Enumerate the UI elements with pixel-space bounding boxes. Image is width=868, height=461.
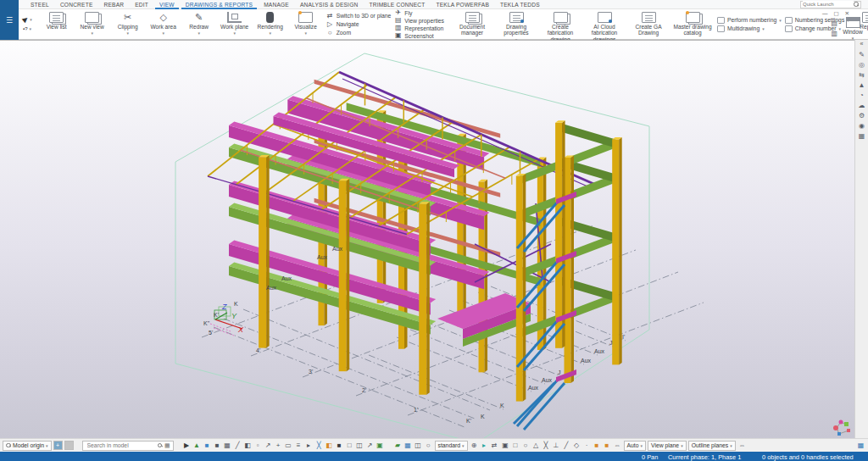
tab-steel[interactable]: STEEL — [31, 0, 49, 9]
view-list-button[interactable]: View list — [40, 10, 74, 38]
model-origin-dropdown[interactable]: Model origin▾ — [3, 441, 52, 451]
snap-arrows-icon[interactable]: ⇔ — [613, 441, 622, 451]
select-lists-icon[interactable]: ≡ — [294, 441, 303, 451]
snap-depth-icon[interactable]: ⇔ — [737, 441, 747, 451]
window-button[interactable]: Window▾ — [839, 17, 866, 41]
macro-runner-icon[interactable]: ▥ — [831, 30, 837, 37]
redraw-button[interactable]: ✎Redraw▾ — [182, 10, 216, 38]
selection-filter-dropdown[interactable]: standard▾ — [435, 441, 468, 451]
switch-to-3d-or-plane-button[interactable]: ⇄Switch to 3D or plane — [326, 12, 392, 19]
snap-toggle-icon[interactable]: ▸ — [480, 441, 489, 451]
tab-concrete[interactable]: CONCRETE — [60, 0, 93, 9]
settings-gear-icon[interactable]: ⚙ — [859, 112, 865, 119]
notification-icon[interactable]: ▲ — [859, 81, 865, 89]
swap-icon[interactable]: ⇄ — [490, 441, 499, 451]
multidrawing-button[interactable]: Multidrawing▾ — [717, 25, 782, 32]
select-box-icon[interactable]: □ — [345, 441, 354, 451]
select-views-icon[interactable]: ◧ — [243, 441, 253, 451]
select-surfaces-icon[interactable]: ◧ — [325, 441, 334, 451]
collaborate-icon[interactable]: ⇆ — [859, 71, 865, 79]
filter-b-icon[interactable]: ▦ — [403, 441, 413, 451]
drawing-properties-button[interactable]: Drawing properties▾ — [495, 10, 537, 38]
remove-origin-button[interactable] — [64, 441, 74, 450]
snap-perpendicular-icon[interactable]: ⊥ — [552, 441, 561, 451]
pen-tool-icon[interactable]: ✎ — [859, 51, 865, 58]
minimize-button[interactable]: — — [822, 10, 828, 17]
perform-numbering-button[interactable]: Perform numbering▾ — [717, 16, 782, 24]
select-flag-icon[interactable]: ▸ — [304, 441, 314, 451]
snap-free-icon[interactable]: · — [582, 441, 592, 451]
view-properties-button[interactable]: ▤View properties — [394, 17, 444, 24]
master-drawing-catalog-button[interactable]: Master drawing catalog — [671, 10, 714, 38]
snap-any-icon[interactable]: ◇ — [572, 441, 581, 451]
tab-view[interactable]: VIEW — [155, 0, 179, 9]
select-leader-icon[interactable]: ↗ — [264, 441, 273, 451]
select-components-icon[interactable]: ■ — [203, 441, 212, 451]
model-search-box[interactable]: ▦ — [82, 441, 174, 451]
fly-button[interactable]: ✈Fly — [394, 9, 444, 16]
add-origin-button[interactable]: + — [53, 441, 63, 450]
select-plates-icon[interactable]: ▭ — [284, 441, 293, 451]
snap-plane-icon[interactable]: ■ — [603, 441, 612, 451]
select-pointer-icon[interactable]: ▶ — [182, 441, 192, 451]
select-cells-icon[interactable]: ◫ — [355, 441, 364, 451]
model-viewport[interactable]: 4'3'2'1'K'KKAuxAuxJAuxAuxJI'KK'K"5'AuxAu… — [0, 40, 854, 438]
tab-tekla-powerfab[interactable]: TEKLA POWERFAB — [436, 0, 489, 9]
layers-icon[interactable]: ◉ — [859, 122, 865, 130]
history-icon[interactable]: ◔ — [860, 92, 864, 99]
apps-grid-icon[interactable]: ▦ — [859, 132, 865, 140]
search-filter-icon[interactable]: ▦ — [164, 442, 170, 449]
select-grids-icon[interactable]: ╱ — [233, 441, 242, 451]
create-ga-drawing-button[interactable]: Create GA Drawing — [627, 10, 670, 38]
visibility-target-icon[interactable]: ◎ — [859, 61, 865, 69]
select-parts-icon[interactable]: ▲ — [192, 441, 202, 451]
file-menu-button[interactable]: ☰ — [0, 0, 19, 40]
snap-center-icon[interactable]: ○ — [521, 441, 531, 451]
snap-points-icon[interactable]: ▣ — [501, 441, 510, 451]
maximize-button[interactable]: ▢ — [833, 10, 838, 17]
select-add-icon[interactable]: + — [274, 441, 283, 451]
navigate-button[interactable]: ▷Navigate — [326, 20, 392, 28]
select-green-icon[interactable]: ▣ — [376, 441, 385, 451]
rendering-button[interactable]: Rendering▾ — [253, 10, 287, 38]
snap-line-icon[interactable]: ╱ — [562, 441, 571, 451]
outline-planes-dropdown[interactable]: Outline planes▾ — [688, 441, 736, 451]
visualize-button[interactable]: Visualize▾ — [289, 10, 323, 38]
inquire-button[interactable]: ▪?▾ — [23, 25, 32, 32]
select-cuts-icon[interactable]: ╳ — [314, 441, 324, 451]
representation-button[interactable]: ▥Representation — [394, 25, 444, 31]
select-assemblies-icon[interactable]: ■ — [213, 441, 222, 451]
gear-small-icon[interactable]: ⊕ — [470, 441, 479, 451]
select-cursor-button[interactable]: ▶▾ — [23, 16, 32, 23]
document-pointer-icon[interactable]: ▤ — [831, 19, 837, 27]
model-search-input[interactable] — [86, 442, 156, 449]
new-view-button[interactable]: New view▾ — [75, 10, 109, 38]
screenshot-button[interactable]: ▣Screenshot — [394, 32, 444, 39]
select-arrow-icon[interactable]: ↗ — [365, 441, 375, 451]
close-button[interactable]: ✕ — [845, 10, 849, 17]
tab-analysis-design[interactable]: ANALYSIS & DESIGN — [300, 0, 359, 9]
clipping-button[interactable]: ✂Clipping▾ — [111, 10, 145, 38]
ai-cloud-fabrication-drawings-button[interactable]: AI Cloud fabrication drawings▾ — [583, 10, 626, 38]
document-manager-button[interactable]: Document manager — [451, 10, 493, 38]
select-objects-icon[interactable]: ▦ — [223, 441, 232, 451]
zoom-button[interactable]: ○Zoom — [326, 29, 392, 36]
view-plane-dropdown[interactable]: View plane▾ — [648, 441, 687, 451]
snap-midpoint-icon[interactable]: △ — [531, 441, 541, 451]
snap-intersection-icon[interactable]: ╳ — [542, 441, 551, 451]
tab-rebar[interactable]: REBAR — [104, 0, 125, 9]
tab-trimble-connect[interactable]: TRIMBLE CONNECT — [369, 0, 425, 9]
collapse-panel-chevron[interactable]: « — [860, 41, 864, 47]
quick-launch-box[interactable] — [800, 1, 861, 8]
work-plane-button[interactable]: Work plane▾ — [218, 10, 252, 38]
tab-edit[interactable]: EDIT — [135, 0, 148, 9]
quick-launch-input[interactable] — [803, 1, 854, 8]
tab-drawings-reports[interactable]: DRAWINGS & REPORTS — [181, 0, 257, 9]
tab-manage[interactable]: MANAGE — [264, 0, 289, 9]
workspace-icon[interactable]: ▦ — [856, 441, 865, 451]
work-area-button[interactable]: ◇Work area▾ — [147, 10, 181, 38]
select-points-icon[interactable]: ▫ — [253, 441, 263, 451]
create-fabrication-drawing-button[interactable]: Create fabrication drawing▾ — [539, 10, 581, 38]
filter-a-icon[interactable]: ▰ — [393, 441, 403, 451]
filter-c-icon[interactable]: ◫ — [414, 441, 423, 451]
